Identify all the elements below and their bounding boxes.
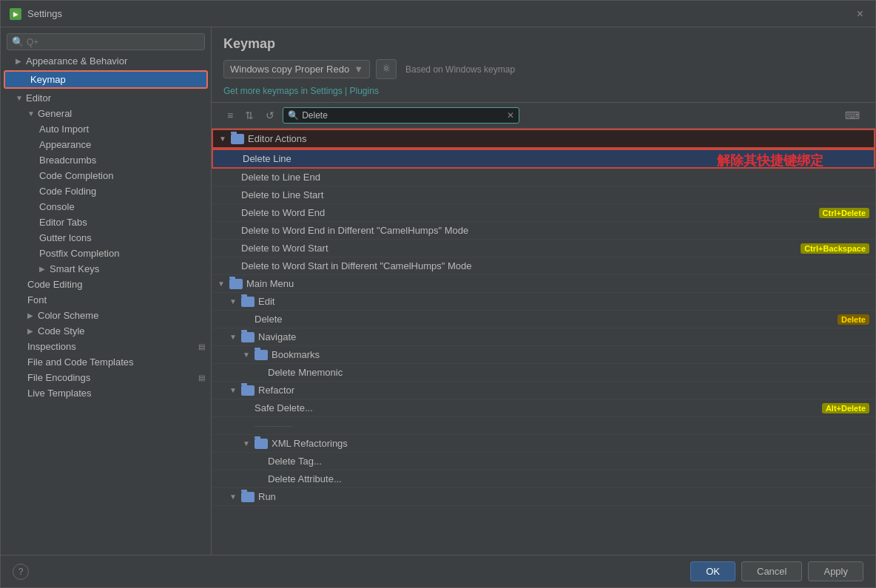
delete-to-word-start-camel-row[interactable]: Delete to Word Start in Different "Camel… [212,257,875,275]
keymap-plugins-link[interactable]: Get more keymaps in Settings | Plugins [223,85,863,96]
keymap-search-input[interactable] [302,110,507,121]
ok-button[interactable]: OK [690,561,735,581]
refactor-row[interactable]: ▼ Refactor [212,382,875,399]
folder-icon [241,332,255,342]
collapse-all-icon: ⇅ [245,109,254,121]
sidebar-item-font[interactable]: Font [1,292,211,308]
sidebar-item-editor[interactable]: ▼ Editor [1,90,211,106]
find-shortcut-icon: ⌨ [845,109,860,121]
expand-all-icon: ≡ [227,109,233,121]
footer-left: ? [13,564,29,580]
find-shortcut-button[interactable]: ⌨ [841,107,863,124]
restore-icon: ↺ [266,109,274,121]
shortcut-badge-ctrl-backspace: Ctrl+Backspace [801,243,869,254]
sidebar-item-appearance-behavior[interactable]: ▶ Appearance & Behavior [1,53,211,69]
navigate-row[interactable]: ▼ Navigate [212,328,875,346]
delete-menu-row[interactable]: Delete Delete [212,311,875,328]
expand-arrow: ▼ [219,135,231,143]
sidebar-item-code-editing[interactable]: Code Editing [1,277,211,292]
close-button[interactable]: × [854,6,866,22]
folder-icon [241,492,255,502]
delete-line-row[interactable]: Delete Line 解除其快捷键绑定 [212,149,875,169]
sidebar-item-postfix-completion[interactable]: Postfix Completion [1,246,211,261]
expand-icon: ▶ [27,311,38,320]
sidebar-item-general[interactable]: ▼ General [1,106,211,121]
help-button[interactable]: ? [13,564,29,580]
annotation-text: 解除其快捷键绑定 [717,152,823,169]
keymap-search-field[interactable]: 🔍 ✕ [283,107,519,124]
sidebar-item-file-code-templates[interactable]: File and Code Templates [1,354,211,370]
expand-icon: ▶ [39,265,50,273]
editor-actions-row[interactable]: ▼ Editor Actions [212,129,875,149]
sidebar: 🔍 ▶ Appearance & Behavior Keymap ▼ Edito… [1,27,212,555]
sidebar-item-smart-keys[interactable]: ▶ Smart Keys [1,261,211,277]
main-menu-row[interactable]: ▼ Main Menu [212,275,875,293]
panel-title: Keymap [223,36,863,52]
sidebar-search[interactable]: 🔍 [7,33,205,50]
expand-arrow: ▼ [243,351,255,359]
delete-to-word-end-row[interactable]: Delete to Word End Ctrl+Delete [212,204,875,222]
folder-icon [255,350,268,360]
app-icon: ▶ [10,8,21,20]
folder-icon [241,385,255,396]
run-row[interactable]: ▼ Run [212,488,875,506]
delete-to-line-end-row[interactable]: Delete to Line End [212,169,875,186]
delete-tag-row[interactable]: Delete Tag... [212,453,875,470]
expand-icon: ▼ [16,94,26,102]
keymap-based-label: Based on Windows keymap [405,64,515,75]
sidebar-item-breadcrumbs[interactable]: Breadcrumbs [1,152,211,168]
keymap-dropdown[interactable]: Windows copy Proper Redo ▼ [223,60,370,78]
sidebar-item-editor-tabs[interactable]: Editor Tabs [1,214,211,230]
sidebar-item-code-completion[interactable]: Code Completion [1,168,211,183]
delete-mnemonic-row[interactable]: Delete Mnemonic [212,364,875,382]
sidebar-item-console[interactable]: Console [1,199,211,214]
collapse-all-button[interactable]: ⇅ [241,107,257,124]
xml-refactorings-row[interactable]: ▼ XML Refactorings [212,435,875,453]
sidebar-search-input[interactable] [27,37,200,47]
footer: ? OK Cancel Apply [1,555,875,587]
expand-icon: ▶ [27,327,38,335]
sidebar-item-keymap[interactable]: Keymap [4,70,208,89]
sidebar-search-icon: 🔍 [12,36,24,47]
dropdown-arrow-icon: ▼ [354,64,363,75]
sidebar-item-file-encodings[interactable]: File Encodings ▤ [1,370,211,385]
delete-to-word-start-row[interactable]: Delete to Word Start Ctrl+Backspace [212,240,875,257]
keymap-gear-button[interactable] [376,59,397,79]
expand-all-button[interactable]: ≡ [223,107,237,124]
sidebar-item-inspections[interactable]: Inspections ▤ [1,339,211,354]
expand-icon: ▼ [27,109,38,118]
clear-search-button[interactable]: ✕ [507,110,514,121]
window-title: Settings [27,8,854,19]
delete-attribute-row[interactable]: Delete Attribute... [212,470,875,488]
shortcut-badge-ctrl-delete: Ctrl+Delete [819,208,869,218]
bookmarks-row[interactable]: ▼ Bookmarks [212,346,875,364]
keymap-tree: ▼ Editor Actions Delete Line 解除其快捷键绑定 De… [212,129,875,555]
edit-row[interactable]: ▼ Edit [212,293,875,311]
sidebar-item-color-scheme[interactable]: ▶ Color Scheme [1,308,211,323]
restore-defaults-button[interactable]: ↺ [262,107,278,124]
sidebar-item-gutter-icons[interactable]: Gutter Icons [1,230,211,246]
expand-arrow: ▼ [243,439,255,447]
safe-delete-row[interactable]: Safe Delete... Alt+Delete [212,399,875,417]
main-content: 🔍 ▶ Appearance & Behavior Keymap ▼ Edito… [1,27,875,555]
titlebar: ▶ Settings × [1,1,875,27]
expand-arrow: ▼ [229,493,241,501]
sidebar-item-code-folding[interactable]: Code Folding [1,183,211,199]
delete-to-word-end-camel-row[interactable]: Delete to Word End in Different "CamelHu… [212,222,875,240]
main-panel: Keymap Windows copy Proper Redo ▼ Based … [212,27,875,555]
spacer-icon [20,75,30,84]
shortcut-badge-alt-delete: Alt+Delete [822,403,869,413]
cancel-button[interactable]: Cancel [741,561,802,581]
folder-icon [231,134,244,144]
delete-to-line-start-row[interactable]: Delete to Line Start [212,186,875,204]
settings-dialog: ▶ Settings × 🔍 ▶ Appearance & Behavior K… [0,0,876,588]
folder-icon [255,439,268,449]
sidebar-item-appearance[interactable]: Appearance [1,137,211,152]
sidebar-item-code-style[interactable]: ▶ Code Style [1,323,211,339]
apply-button[interactable]: Apply [808,561,863,581]
sidebar-item-live-templates[interactable]: Live Templates [1,385,211,401]
keymap-toolbar: Windows copy Proper Redo ▼ Based on Wind… [223,59,863,79]
folder-icon [241,297,255,307]
panel-toolbar: ≡ ⇅ ↺ 🔍 ✕ ⌨ [212,103,875,129]
sidebar-item-auto-import[interactable]: Auto Import [1,121,211,137]
